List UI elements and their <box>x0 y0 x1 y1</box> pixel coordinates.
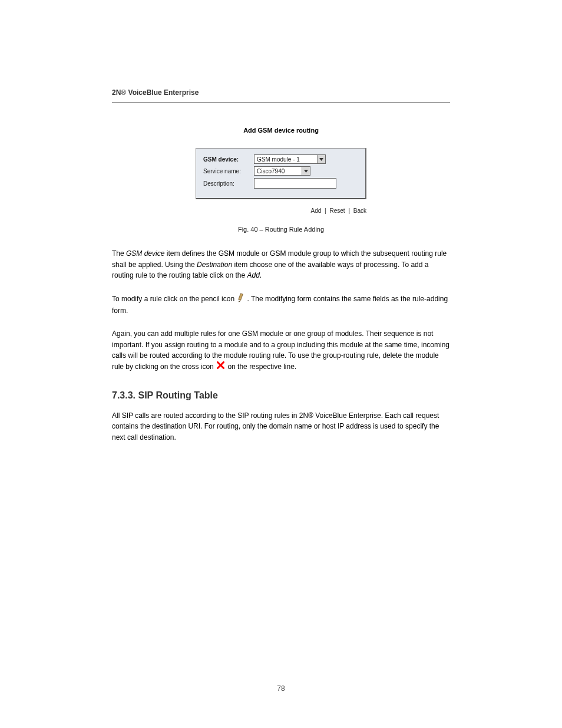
select-service-name-value: Cisco7940 <box>257 168 285 174</box>
select-gsm-device-value: GSM module - 1 <box>257 156 300 163</box>
page-number: 78 <box>0 684 562 693</box>
svg-marker-1 <box>304 170 308 173</box>
chevron-down-icon <box>302 167 310 175</box>
svg-rect-2 <box>239 294 243 301</box>
separator: | <box>346 207 352 214</box>
label-gsm-device: GSM device: <box>203 156 254 163</box>
link-reset[interactable]: Reset <box>329 207 345 214</box>
figure-container: Add GSM device routing GSM device: GSM m… <box>196 121 366 214</box>
pencil-icon <box>237 293 246 306</box>
paragraph-3: Again, you can add multiple rules for on… <box>112 328 450 373</box>
form-box: GSM device: GSM module - 1 Service name:… <box>196 148 366 199</box>
header-divider <box>112 103 450 103</box>
link-add[interactable]: Add <box>311 207 322 214</box>
label-description: Description: <box>203 180 254 187</box>
close-icon <box>217 361 224 373</box>
row-description: Description: <box>203 178 359 189</box>
select-gsm-device[interactable]: GSM module - 1 <box>254 154 326 164</box>
figure-title: Add GSM device routing <box>196 121 366 148</box>
label-service-name: Service name: <box>203 168 254 174</box>
chevron-down-icon <box>317 155 325 163</box>
paragraph-2: To modify a rule click on the pencil ico… <box>112 293 450 317</box>
svg-marker-0 <box>319 158 323 161</box>
page-title: 2N® VoiceBlue Enterprise <box>112 88 450 97</box>
paragraph-4: All SIP calls are routed according to th… <box>112 410 450 443</box>
row-gsm-device: GSM device: GSM module - 1 <box>203 154 359 164</box>
svg-marker-3 <box>239 301 241 302</box>
separator: | <box>323 207 328 214</box>
link-back[interactable]: Back <box>353 207 366 214</box>
figure-caption: Fig. 40 – Routing Rule Adding <box>112 226 450 233</box>
input-description[interactable] <box>254 178 336 189</box>
select-service-name[interactable]: Cisco7940 <box>254 166 310 176</box>
section-heading-7-3-3: 7.3.3. SIP Routing Table <box>112 390 450 401</box>
paragraph-1: The GSM device item defines the GSM modu… <box>112 248 450 281</box>
figure-actions: Add | Reset | Back <box>196 199 366 214</box>
row-service-name: Service name: Cisco7940 <box>203 166 359 176</box>
